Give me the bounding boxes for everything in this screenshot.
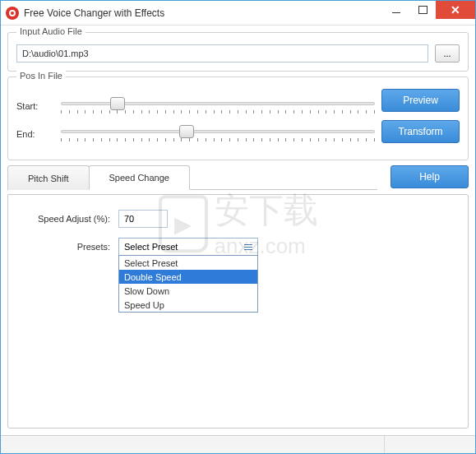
start-slider[interactable] (61, 95, 375, 117)
tab-speed-change[interactable]: Speed Change (89, 165, 190, 190)
minimize-button[interactable] (383, 1, 409, 19)
presets-label: Presets: (20, 242, 118, 252)
end-label: End: (16, 129, 51, 139)
app-window: Free Voice Changer with Effects ✕ Input … (0, 0, 476, 454)
maximize-button[interactable] (409, 1, 436, 19)
pos-in-file-group: Pos In File Start: End: (7, 76, 469, 160)
help-button[interactable]: Help (391, 165, 469, 188)
speed-adjust-label: Speed Adjust (%): (20, 214, 118, 224)
statusbar (1, 435, 475, 453)
speed-adjust-input[interactable] (118, 210, 168, 228)
preview-button[interactable]: Preview (381, 89, 460, 112)
preset-option[interactable]: Speed Up (119, 298, 257, 312)
preset-option[interactable]: Select Preset (119, 256, 257, 270)
pos-legend: Pos In File (16, 71, 66, 81)
preset-option[interactable]: Double Speed (119, 270, 257, 284)
end-slider[interactable] (61, 123, 375, 145)
window-controls: ✕ (383, 1, 475, 25)
tab-content-speed: Speed Adjust (%): Presets: Select Preset… (7, 194, 469, 429)
svg-point-1 (11, 12, 14, 15)
titlebar: Free Voice Changer with Effects ✕ (1, 1, 475, 25)
window-title: Free Voice Changer with Effects (24, 7, 383, 19)
presets-combobox[interactable]: Select Preset (118, 238, 258, 256)
tabs-row: Pitch Shift Speed Change Help (7, 165, 469, 190)
app-icon (6, 7, 19, 20)
input-audio-legend: Input Audio File (16, 26, 85, 36)
presets-selected: Select Preset (124, 242, 178, 252)
presets-dropdown: Select PresetDouble SpeedSlow DownSpeed … (118, 255, 258, 313)
start-label: Start: (16, 101, 51, 111)
close-button[interactable]: ✕ (436, 1, 475, 19)
input-audio-group: Input Audio File ... (7, 32, 469, 72)
tab-pitch-shift[interactable]: Pitch Shift (7, 165, 90, 190)
file-path-input[interactable] (16, 44, 428, 63)
tabs: Pitch Shift Speed Change (7, 165, 377, 190)
dropdown-icon (244, 244, 252, 250)
preset-option[interactable]: Slow Down (119, 284, 257, 298)
content-area: Input Audio File ... Pos In File Start: (1, 25, 475, 435)
browse-button[interactable]: ... (435, 44, 460, 63)
transform-button[interactable]: Transform (381, 120, 460, 143)
